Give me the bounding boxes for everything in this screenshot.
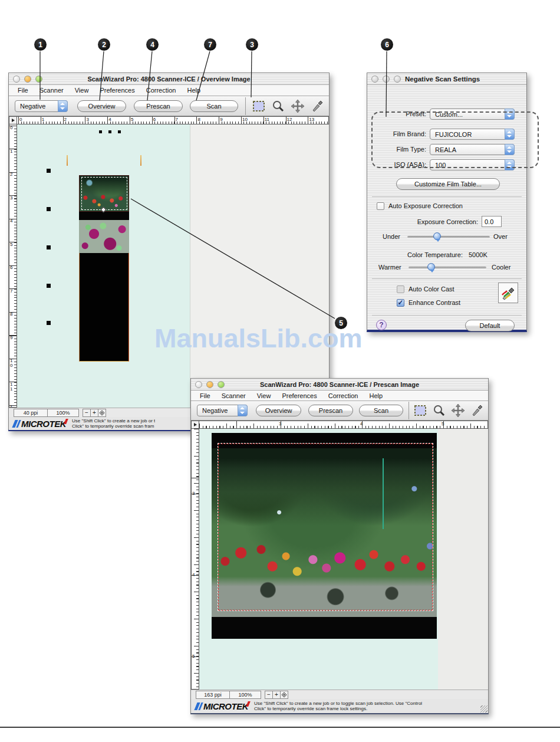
menu-item[interactable]: View: [75, 87, 89, 94]
popup-stepper-icon: [238, 405, 248, 416]
overview-canvas[interactable]: [17, 124, 329, 408]
overview-button[interactable]: Overview: [77, 100, 126, 112]
zoom-out-button[interactable]: −: [83, 409, 91, 417]
prescan-canvas[interactable]: [199, 429, 488, 690]
job-dot: [108, 130, 111, 133]
help-button[interactable]: ?: [376, 320, 387, 330]
magnifier-tool[interactable]: [432, 403, 447, 418]
exposure-correction-field[interactable]: [482, 216, 502, 227]
menu-item[interactable]: View: [257, 392, 271, 399]
scan-mode-value: Negative: [20, 103, 45, 110]
enhance-contrast-checkbox[interactable]: ✓: [397, 299, 404, 307]
zoom-fit-button[interactable]: [98, 409, 106, 417]
marquee-tool[interactable]: [413, 403, 428, 418]
scan-mode-popup[interactable]: Negative: [197, 405, 248, 416]
hint-text: Use "Shift Click" to create a new job or…: [254, 701, 422, 711]
menu-item[interactable]: Correction: [146, 87, 176, 94]
exposure-correction-label: Exposure Correction:: [403, 218, 478, 225]
panel-titlebar[interactable]: Negative Scan Settings: [367, 73, 526, 85]
menu-item[interactable]: Preferences: [282, 392, 317, 399]
overview-button[interactable]: Overview: [256, 405, 301, 416]
pan-tool[interactable]: [290, 99, 305, 114]
ruler-number: 9: [218, 117, 240, 122]
ruler-number: 6: [10, 264, 15, 288]
toolbar-divider: [245, 97, 246, 115]
overview-titlebar[interactable]: ScanWizard Pro: 4800 Scanner-ICE / Overv…: [9, 73, 329, 85]
eyedropper-tool[interactable]: [309, 99, 325, 114]
menu-item[interactable]: Preferences: [100, 87, 134, 94]
ruler-number: 5: [129, 117, 151, 122]
callout-badge-6: 6: [381, 38, 393, 51]
zoom-fit-button[interactable]: [280, 691, 288, 699]
color-temp-slider-thumb[interactable]: [427, 263, 435, 271]
menu-item[interactable]: Help: [187, 87, 200, 94]
ruler-origin-button[interactable]: [9, 116, 17, 124]
exposure-slider[interactable]: [407, 236, 490, 238]
job-marker[interactable]: [47, 321, 51, 325]
marquee-tool[interactable]: [251, 99, 266, 114]
menu-item[interactable]: Scanner: [39, 87, 64, 94]
selection-marquee[interactable]: [81, 177, 127, 210]
callout-badge-2: 2: [98, 38, 110, 51]
close-button[interactable]: [371, 75, 378, 83]
pan-tool[interactable]: [450, 403, 465, 418]
auto-color-cast-checkbox[interactable]: [397, 285, 404, 293]
job-marker[interactable]: [47, 245, 51, 249]
color-temp-slider[interactable]: [409, 267, 486, 269]
magnifier-tool[interactable]: [271, 99, 286, 114]
zoom-button[interactable]: [394, 75, 401, 83]
menu-item[interactable]: Help: [369, 392, 383, 399]
default-button[interactable]: Default: [465, 320, 515, 331]
calibration-mark: [140, 155, 141, 166]
prescan-titlebar[interactable]: ScanWizard Pro: 4800 Scanner-ICE / Presc…: [191, 379, 488, 390]
auto-exposure-checkbox[interactable]: [377, 202, 384, 210]
microtek-logo: MICROTEK: [14, 419, 67, 429]
prescan-button[interactable]: Prescan: [134, 100, 183, 112]
customize-film-table-button[interactable]: Customize Film Table...: [396, 178, 500, 190]
ruler-number: 7: [10, 288, 15, 311]
prescan-toolbar: Negative Overview Prescan Scan: [191, 401, 488, 421]
divider: [372, 196, 522, 197]
menu-item[interactable]: File: [18, 87, 28, 94]
film-gap: [79, 212, 129, 220]
auto-exposure-label: Auto Exposure Correction: [388, 202, 463, 209]
scan-mode-popup[interactable]: Negative: [15, 100, 68, 112]
zoom-readout: 100%: [47, 409, 79, 417]
menu-item[interactable]: Scanner: [222, 392, 246, 399]
callout-badge-3: 3: [246, 38, 258, 51]
zoom-in-button[interactable]: +: [90, 409, 98, 417]
callout-badge-1: 1: [34, 38, 47, 51]
job-marker[interactable]: [47, 169, 51, 173]
zoom-in-button[interactable]: +: [272, 691, 281, 699]
ruler-number: 11: [10, 381, 15, 405]
menu-item[interactable]: File: [200, 392, 210, 399]
divider: [372, 315, 522, 316]
exposure-slider-thumb[interactable]: [433, 232, 441, 240]
resolution-readout: 163 ppi: [196, 691, 230, 699]
job-marker[interactable]: [47, 284, 51, 288]
prescan-body: 345: [191, 429, 488, 690]
resize-grip[interactable]: [480, 705, 487, 713]
ruler-number: 13: [307, 117, 329, 122]
zoom-out-button[interactable]: −: [265, 691, 273, 699]
horizontal-ruler: 3456: [199, 421, 488, 429]
ruler-number: 3: [10, 195, 15, 218]
scan-button[interactable]: Scan: [190, 100, 238, 112]
ruler-number: 6: [151, 117, 173, 122]
callout-badge-5: 5: [335, 317, 347, 329]
ruler-number: 2: [62, 117, 84, 122]
ruler-number: 10: [10, 357, 15, 381]
prescan-button[interactable]: Prescan: [308, 405, 353, 416]
ruler-number: 3: [84, 117, 106, 122]
film-frame-2[interactable]: [79, 220, 129, 253]
zoom-readout: 100%: [229, 691, 261, 699]
menu-item[interactable]: Correction: [328, 392, 358, 399]
color-correction-tool-button[interactable]: [498, 283, 518, 303]
minimize-button[interactable]: [383, 75, 390, 83]
eyedropper-tool[interactable]: [469, 403, 484, 418]
overview-ruler-row: 012345678910111213: [9, 116, 329, 124]
scan-button[interactable]: Scan: [359, 405, 403, 416]
job-marker[interactable]: [47, 207, 51, 211]
scan-frame-marquee[interactable]: [218, 443, 433, 611]
ruler-origin-button[interactable]: [191, 421, 199, 429]
